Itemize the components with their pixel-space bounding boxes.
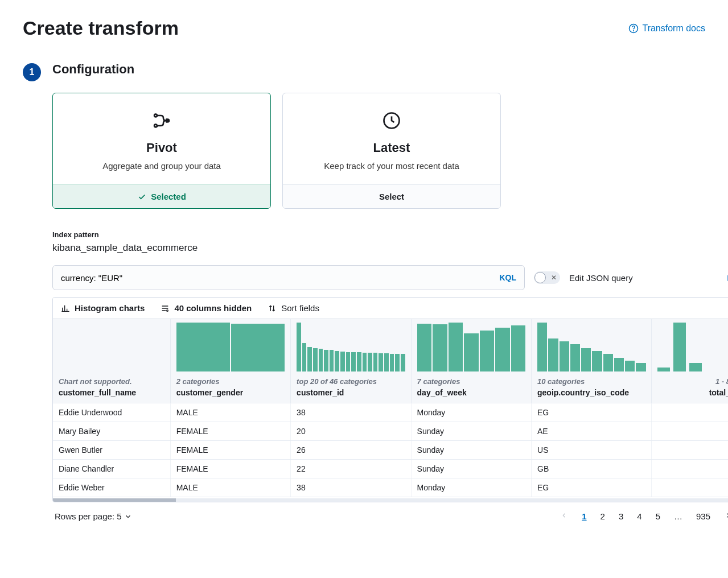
card-latest[interactable]: Latest Keep track of your most recent da… [282,93,501,209]
step-title: Configuration [52,62,728,77]
chevron-down-icon [124,513,132,521]
query-lang-button[interactable]: KQL [499,273,516,282]
page-4[interactable]: 4 [635,510,644,522]
chart-unsupported [59,323,164,371]
page-title: Create transform [23,17,179,39]
page-next[interactable] [722,510,728,522]
col-header-customer_gender[interactable]: 2 categories customer_gender [170,319,290,403]
svg-point-1 [634,30,634,31]
table-row[interactable]: Eddie UnderwoodMALE38MondayEG [53,403,728,422]
card-pivot-desc: Aggregate and group your data [64,161,259,171]
page-1[interactable]: 1 [579,510,589,522]
query-input[interactable] [61,273,499,283]
page-last[interactable]: 935 [694,510,713,522]
page-3[interactable]: 3 [616,510,626,522]
table-row[interactable]: Diane ChandlerFEMALE22SundayGB [53,460,728,478]
page-ellipsis: … [672,510,685,522]
page-5[interactable]: 5 [653,510,663,522]
bar-chart-icon [61,304,70,313]
table-row[interactable]: Eddie WeberMALE38MondayEG [53,478,728,497]
page-prev[interactable] [558,510,570,522]
edit-json-label: Edit JSON query [569,273,633,283]
card-pivot-title: Pivot [64,141,259,155]
col-header-geoip[interactable]: 10 categories geoip.country_iso_code [532,319,652,403]
chart-total [657,323,728,371]
svg-point-7 [167,309,168,311]
card-latest-footer: Select [283,184,500,208]
edit-json-switch[interactable]: ✕ [534,271,560,284]
table-body: Eddie UnderwoodMALE38MondayEG Mary Baile… [53,403,728,497]
transform-docs-link[interactable]: Transform docs [628,23,705,34]
help-icon [628,23,639,34]
sort-icon [268,304,277,313]
col-header-day_of_week[interactable]: 7 categories day_of_week [411,319,531,403]
query-input-wrap: KQL [52,265,525,290]
index-pattern-label: Index pattern [52,230,728,239]
table-row[interactable]: Mary BaileyFEMALE20SundayAE [53,422,728,441]
x-icon: ✕ [551,274,557,282]
card-latest-desc: Keep track of your most recent data [294,161,489,171]
table-row[interactable]: Gwen ButlerFEMALE26SundayUS [53,441,728,460]
index-pattern-value: kibana_sample_data_ecommerce [52,242,728,254]
card-latest-title: Latest [294,141,489,155]
step-badge: 1 [23,63,41,81]
histogram-charts-button[interactable]: Histogram charts [61,303,145,313]
columns-icon [161,304,170,313]
chart-customer_gender [176,323,285,371]
clock-icon [294,110,489,133]
check-icon [137,192,146,201]
pagination: 1 2 3 4 5 … 935 [558,510,728,522]
card-pivot[interactable]: Pivot Aggregate and group your data Sele… [52,93,271,209]
col-header-customer_id[interactable]: top 20 of 46 categories customer_id [291,319,411,403]
horizontal-scrollbar[interactable] [53,498,728,502]
chart-customer_id [297,323,405,371]
page-2[interactable]: 2 [598,510,607,522]
col-header-customer_full_name[interactable]: Chart not supported. customer_full_name [53,319,170,403]
card-pivot-footer: Selected [53,184,270,208]
pivot-icon [64,110,259,133]
chart-geoip [537,323,645,371]
chart-day_of_week [417,323,525,371]
columns-hidden-button[interactable]: 40 columns hidden [161,303,252,313]
sort-fields-button[interactable]: Sort fields [268,303,319,313]
col-header-total[interactable]: 1 - 8 total_ [652,319,728,403]
rows-per-page-button[interactable]: Rows per page: 5 [55,511,132,521]
data-grid: Histogram charts 40 columns hidden Sort … [52,297,728,502]
